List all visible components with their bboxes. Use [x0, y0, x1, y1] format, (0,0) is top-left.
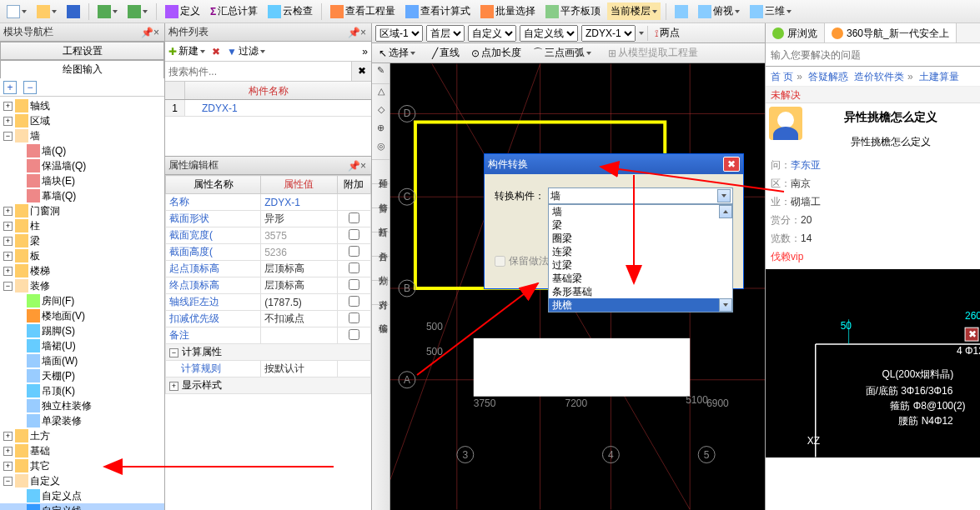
- prop-width-check[interactable]: [349, 229, 359, 240]
- reward-link[interactable]: 伐赖vip: [771, 251, 803, 262]
- prop-remark-value[interactable]: [261, 328, 338, 344]
- expand-all-button[interactable]: +: [3, 81, 17, 94]
- cloud-check-button[interactable]: 云检查: [264, 2, 316, 20]
- scroll-up-button[interactable]: [719, 205, 732, 218]
- three-arc-tool[interactable]: ⌒三点画弧: [530, 44, 595, 62]
- type-select[interactable]: 自定义线: [520, 25, 578, 42]
- two-point-button[interactable]: ⟟两点: [651, 24, 683, 42]
- 3d-view-button[interactable]: 三维: [746, 2, 795, 20]
- align-tool[interactable]: 对齐: [373, 282, 389, 302]
- prop-deduct-check[interactable]: [349, 312, 359, 323]
- pin-icon[interactable]: 📌: [348, 27, 356, 35]
- floor-select[interactable]: 首层: [426, 25, 465, 42]
- extract-qty-button[interactable]: ⊞从模型提取工程量: [605, 44, 701, 62]
- convert-option[interactable]: 条形基础: [549, 285, 732, 298]
- view-cube-button[interactable]: [671, 3, 691, 20]
- tree-node-ceiling[interactable]: 天棚(P): [0, 368, 164, 383]
- tree-node-wall-group[interactable]: −墙: [0, 128, 164, 143]
- close-icon[interactable]: ×: [359, 27, 368, 38]
- prop-start-top-value[interactable]: 层顶标高: [261, 261, 338, 278]
- component-row[interactable]: 1 ZDYX-1: [165, 100, 371, 117]
- side-tool-1[interactable]: ✎: [373, 65, 389, 82]
- split-tool[interactable]: 分割: [373, 258, 389, 278]
- tree-node-room[interactable]: 房间(F): [0, 293, 164, 308]
- tab-project-settings[interactable]: 工程设置: [0, 42, 164, 60]
- close-icon[interactable]: ×: [359, 160, 368, 172]
- tab-drawing-input[interactable]: 绘图输入: [0, 60, 164, 78]
- convert-option[interactable]: 墙: [549, 205, 732, 218]
- close-icon[interactable]: ×: [152, 27, 161, 38]
- save-button[interactable]: [63, 3, 83, 20]
- tree-node-suspended[interactable]: 吊顶(K): [0, 383, 164, 398]
- dialog-titlebar[interactable]: 构件转换 ✖: [485, 154, 743, 174]
- break-tool[interactable]: 打断: [373, 210, 389, 230]
- trim-tool[interactable]: 修剪: [373, 186, 389, 206]
- prop-section-check[interactable]: [349, 212, 359, 223]
- tree-node-beam[interactable]: +梁: [0, 233, 164, 248]
- delete-component-button[interactable]: ✖: [212, 46, 220, 58]
- prop-axis-dist-value[interactable]: (1787.5): [261, 294, 338, 311]
- undo-button[interactable]: [94, 3, 121, 20]
- more-button[interactable]: »: [362, 46, 368, 58]
- tree-node-single-beam-dec[interactable]: 单梁装修: [0, 413, 164, 428]
- tree-node-custom[interactable]: −自定义: [0, 473, 164, 488]
- sum-calc-button[interactable]: Σ汇总计算: [207, 2, 261, 20]
- tree-node-door-window[interactable]: +门窗洞: [0, 203, 164, 218]
- tree-node-other[interactable]: +其它: [0, 458, 164, 473]
- bc-home[interactable]: 首 页: [771, 71, 793, 82]
- convert-option[interactable]: 过梁: [549, 258, 732, 272]
- convert-option[interactable]: 基础梁: [549, 272, 732, 285]
- browser-tab-1[interactable]: 屏浏览: [766, 23, 825, 42]
- tree-node-custom-point[interactable]: 自定义点: [0, 488, 164, 503]
- prop-end-top-value[interactable]: 层顶标高: [261, 278, 338, 294]
- select-tool[interactable]: ↖选择: [375, 44, 419, 62]
- side-tool-5[interactable]: ◎: [373, 141, 389, 158]
- new-file-button[interactable]: [3, 3, 30, 20]
- prop-calc-rule-value[interactable]: 按默认计: [261, 361, 338, 378]
- tree-node-indep-col-dec[interactable]: 独立柱装修: [0, 398, 164, 413]
- dialog-close-button[interactable]: ✖: [723, 157, 740, 172]
- current-floor-button[interactable]: 当前楼层: [607, 2, 661, 20]
- keep-method-checkbox[interactable]: [495, 256, 505, 267]
- bc-build[interactable]: 土建算量: [919, 71, 959, 82]
- prop-name-value[interactable]: ZDYX-1: [261, 194, 338, 211]
- convert-option[interactable]: 挑檐: [549, 298, 732, 312]
- tree-node-curtain-wall[interactable]: 幕墙(Q): [0, 188, 164, 203]
- prop-deduct-value[interactable]: 不扣减点: [261, 311, 338, 328]
- bc-soft[interactable]: 造价软件类: [854, 71, 904, 82]
- tree-node-earthwork[interactable]: +土方: [0, 428, 164, 443]
- view-formula-button[interactable]: 查看计算式: [402, 2, 474, 20]
- side-tool-3[interactable]: ◇: [373, 104, 389, 121]
- merge-tool[interactable]: 合并: [373, 234, 389, 254]
- prop-axis-dist-check[interactable]: [349, 296, 359, 307]
- tree-node-insul-wall[interactable]: 保温墙(Q): [0, 158, 164, 173]
- tree-node-region[interactable]: +区域: [0, 113, 164, 128]
- offset-tool[interactable]: 偏移: [373, 307, 389, 327]
- tree-node-column[interactable]: +柱: [0, 218, 164, 233]
- tree-node-wall[interactable]: 墙(Q): [0, 143, 164, 158]
- tree-node-wall-surface[interactable]: 墙面(W): [0, 353, 164, 368]
- prop-width-value[interactable]: 3575: [261, 228, 338, 244]
- view-qty-button[interactable]: 查看工程量: [327, 2, 399, 20]
- point-length-tool[interactable]: ⊙点加长度: [468, 44, 525, 62]
- prop-height-value[interactable]: 5236: [261, 244, 338, 261]
- prop-group-calc[interactable]: −计算属性: [166, 344, 371, 361]
- tree-node-slab[interactable]: +板: [0, 248, 164, 263]
- tree-node-decoration[interactable]: −装修: [0, 278, 164, 293]
- define-button[interactable]: 定义: [162, 2, 204, 20]
- tree-node-foundation[interactable]: +基础: [0, 443, 164, 458]
- convert-option[interactable]: 圈梁: [549, 232, 732, 245]
- search-clear-button[interactable]: ✖: [351, 62, 371, 81]
- collapse-all-button[interactable]: −: [23, 81, 37, 94]
- tree-node-skirting[interactable]: 踢脚(S): [0, 323, 164, 338]
- prop-remark-check[interactable]: [349, 329, 359, 340]
- line-tool[interactable]: ╱直线: [429, 44, 463, 62]
- side-tool-2[interactable]: △: [373, 86, 389, 102]
- tree-node-axis[interactable]: +轴线: [0, 98, 164, 113]
- tree-node-wainscot[interactable]: 墙裙(U): [0, 338, 164, 353]
- tree-node-custom-line[interactable]: 自定义线: [0, 503, 164, 510]
- pin-icon[interactable]: 📌: [348, 160, 356, 168]
- prop-start-top-check[interactable]: [349, 262, 359, 273]
- batch-select-button[interactable]: 批量选择: [477, 2, 539, 20]
- pin-icon[interactable]: 📌: [141, 27, 149, 35]
